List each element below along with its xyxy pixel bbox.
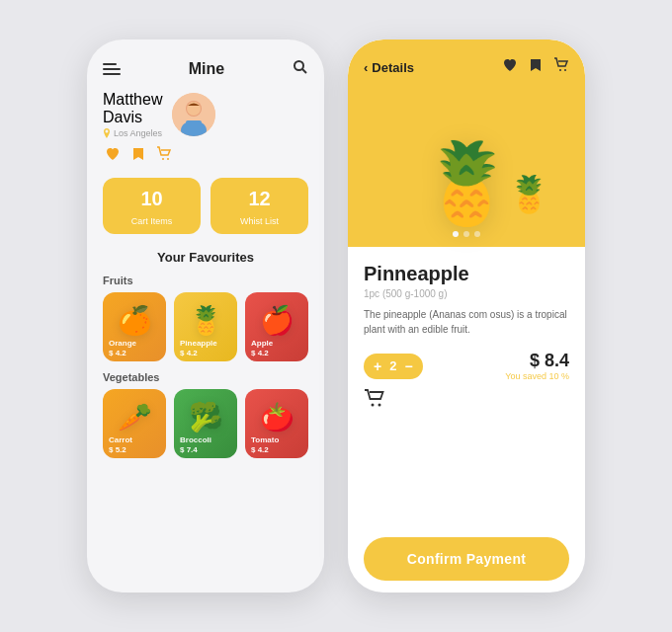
- fruits-category-label: Fruits: [103, 275, 308, 286]
- list-item[interactable]: 🍎 Apple $ 4.2: [245, 292, 308, 361]
- left-phone: Mine Matthew Davis Los Angeles: [87, 40, 324, 592]
- product-main-image: 🍍: [417, 144, 516, 223]
- vegetables-category-label: Vegetables: [103, 371, 308, 383]
- item-name: Broccoli: [180, 435, 231, 444]
- detail-content: Pinneapple 1pc (500 g-1000 g) The pineap…: [348, 247, 585, 592]
- cart-icon-row: [364, 389, 569, 411]
- fruits-row: 🍊 Orange $ 4.2 🍍 Pineapple $ 4.2 🍎 Apple…: [103, 292, 308, 361]
- product-slice-image: 🍍: [507, 174, 551, 215]
- detail-heart-icon[interactable]: [502, 57, 518, 77]
- svg-point-7: [162, 158, 164, 160]
- cart-items-label: Cart Items: [131, 216, 173, 226]
- cart-icon[interactable]: [156, 146, 172, 166]
- confirm-payment-button[interactable]: Confirm Payment: [364, 537, 569, 581]
- detail-bookmark-icon[interactable]: [528, 57, 544, 77]
- item-name: Orange: [109, 339, 160, 348]
- menu-icon[interactable]: [103, 63, 121, 75]
- broccoli-emoji: 🥦: [180, 401, 231, 434]
- svg-rect-5: [186, 120, 202, 132]
- list-item[interactable]: 🍍 Pineapple $ 4.2: [174, 292, 237, 361]
- detail-nav: ‹ Details: [364, 57, 569, 77]
- item-name: Apple: [251, 339, 302, 348]
- svg-point-12: [378, 404, 381, 407]
- right-phone: ‹ Details: [348, 40, 585, 592]
- item-name: Pineapple: [180, 339, 231, 348]
- item-price: $ 4.2: [109, 349, 160, 357]
- list-item[interactable]: 🥦 Broccoli $ 7.4: [174, 389, 237, 458]
- wishlist-label: Whist List: [240, 216, 279, 226]
- product-name: Pinneapple: [364, 263, 569, 285]
- profile-section: Matthew Davis Los Angeles: [103, 91, 308, 138]
- wishlist-count: 12: [218, 188, 300, 210]
- bookmark-icon[interactable]: [130, 146, 146, 166]
- favourites-title: Your Favourites: [103, 250, 308, 265]
- cart-row-icon[interactable]: [364, 389, 385, 407]
- item-price: $ 7.4: [180, 445, 231, 454]
- profile-location: Los Angeles: [103, 128, 162, 138]
- heart-icon[interactable]: [105, 146, 121, 166]
- svg-point-10: [564, 69, 566, 71]
- profile-info: Matthew Davis Los Angeles: [103, 91, 162, 138]
- savings-text: You saved 10 %: [505, 371, 569, 381]
- product-unit: 1pc (500 g-1000 g): [364, 288, 569, 299]
- detail-title: Details: [372, 60, 414, 75]
- item-price: $ 4.2: [180, 349, 231, 357]
- product-price: $ 8.4: [505, 351, 569, 371]
- profile-action-icons: [105, 146, 308, 166]
- quantity-value: 2: [389, 358, 396, 373]
- back-arrow: ‹: [364, 60, 368, 75]
- svg-point-9: [559, 69, 561, 71]
- qty-minus-button[interactable]: −: [404, 358, 412, 374]
- item-price: $ 4.2: [251, 445, 302, 454]
- back-button[interactable]: ‹ Details: [364, 60, 414, 75]
- list-item[interactable]: 🍅 Tomato $ 4.2: [245, 389, 308, 458]
- pineapple-emoji: 🍍: [180, 304, 231, 337]
- location-text: Los Angeles: [114, 128, 162, 138]
- avatar: [172, 93, 215, 136]
- quantity-control: + 2 −: [364, 354, 423, 379]
- vegetables-row: 🥕 Carrot $ 5.2 🥦 Broccoli $ 7.4 🍅 Tomato…: [103, 389, 308, 458]
- svg-point-11: [372, 404, 375, 407]
- list-item[interactable]: 🥕 Carrot $ 5.2: [103, 389, 166, 458]
- item-name: Carrot: [109, 435, 160, 444]
- left-header: Mine: [103, 59, 308, 79]
- product-description: The pineapple (Ananas com osus) is a tro…: [364, 307, 569, 337]
- svg-line-1: [302, 69, 306, 73]
- detail-cart-icon[interactable]: [553, 57, 569, 77]
- purchase-row: + 2 − $ 8.4 You saved 10 %: [364, 351, 569, 381]
- apple-emoji: 🍎: [251, 304, 302, 337]
- cart-items-stat: 10 Cart Items: [103, 178, 201, 234]
- product-image-area: 🍍 🍍: [364, 85, 569, 223]
- item-name: Tomato: [251, 435, 302, 444]
- item-price: $ 4.2: [251, 349, 302, 357]
- tomato-emoji: 🍅: [251, 401, 302, 434]
- qty-plus-button[interactable]: +: [374, 358, 381, 374]
- carrot-emoji: 🥕: [109, 401, 160, 434]
- detail-nav-icons: [502, 57, 569, 77]
- page-title: Mine: [189, 60, 224, 78]
- svg-point-0: [294, 61, 303, 70]
- cart-items-count: 10: [111, 188, 193, 210]
- detail-header: ‹ Details: [348, 40, 585, 247]
- dot-1[interactable]: [453, 231, 459, 237]
- dot-2[interactable]: [463, 231, 469, 237]
- search-icon[interactable]: [293, 59, 308, 79]
- stats-row: 10 Cart Items 12 Whist List: [103, 178, 308, 234]
- svg-point-8: [167, 158, 169, 160]
- profile-name: Matthew Davis: [103, 91, 162, 126]
- item-price: $ 5.2: [109, 445, 160, 454]
- price-block: $ 8.4 You saved 10 %: [505, 351, 569, 381]
- dot-3[interactable]: [474, 231, 480, 237]
- list-item[interactable]: 🍊 Orange $ 4.2: [103, 292, 166, 361]
- orange-emoji: 🍊: [109, 304, 160, 337]
- wishlist-stat: 12 Whist List: [210, 178, 308, 234]
